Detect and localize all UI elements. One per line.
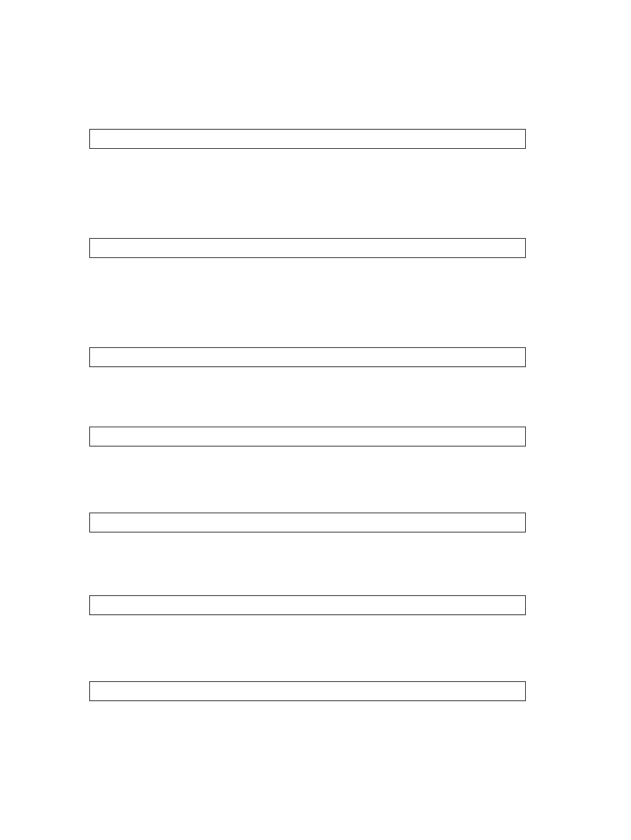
empty-box-7 — [89, 681, 526, 701]
empty-box-5 — [89, 513, 526, 532]
empty-box-2 — [89, 238, 526, 258]
empty-box-4 — [89, 427, 526, 446]
empty-box-3 — [89, 347, 526, 367]
empty-box-6 — [89, 595, 526, 615]
empty-box-1 — [89, 129, 526, 149]
